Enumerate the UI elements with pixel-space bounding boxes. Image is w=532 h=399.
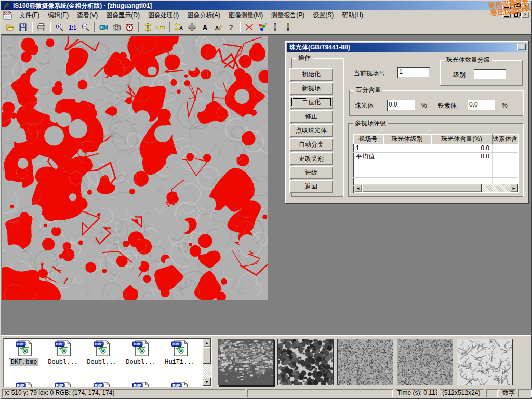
menu-item-file[interactable]: 文件(F) [15, 10, 44, 20]
move-cross-icon[interactable] [185, 21, 198, 33]
file-list-scrollbar[interactable]: ▲ ▼ [203, 339, 211, 386]
file-item-row2[interactable]: BMP [83, 382, 121, 387]
thumbnail-1[interactable] [218, 339, 274, 385]
curves-icon[interactable] [243, 21, 256, 33]
time-status: Time (s): 0.113 [395, 389, 437, 397]
window-title: IS100显微摄像系统(金相分析版) - [zhuguangti01] [13, 2, 152, 10]
pick-pearlite-button[interactable]: 点取珠光体 [289, 124, 333, 137]
actual-size-icon[interactable]: 1:1 [66, 21, 79, 33]
initialize-button[interactable]: 初始化 [289, 68, 333, 81]
thumbnail-5[interactable] [457, 339, 513, 385]
menu-item-settings[interactable]: 设置(S) [309, 10, 338, 20]
toolbar-separator [50, 22, 51, 32]
file-scrollbar-thumb[interactable] [203, 347, 211, 364]
table-header[interactable]: 珠光体级别 [383, 134, 431, 144]
pearlite-input[interactable]: 0.0 [387, 100, 415, 111]
multiview-table[interactable]: 视场号珠光体级别珠光体含量(%)铁素体含量(%) 10.0平均值0.0 ◄ ► [353, 134, 519, 193]
binarize-button[interactable]: 二值化 [289, 96, 333, 109]
table-row[interactable]: 10.0 [353, 144, 518, 153]
table-cell [383, 161, 431, 169]
menu-item-view[interactable]: 查看(V) [73, 10, 102, 20]
brush-icon[interactable] [282, 21, 295, 33]
change-class-button[interactable]: 更改类别 [289, 152, 333, 165]
file-item-row2[interactable]: BMP [44, 382, 82, 387]
dialog-close-icon[interactable]: ✕ [517, 44, 526, 50]
measure-text-icon[interactable]: A [172, 21, 185, 33]
svg-text:1:1: 1:1 [69, 24, 76, 30]
grade-button[interactable]: 评级 [289, 166, 333, 179]
file-list[interactable]: BMPDKF.bmpBMPBMPDoubl...BMPBMPDoubl...BM… [3, 338, 212, 387]
scrollbar-thumb[interactable] [362, 184, 482, 192]
bmp-file-icon: BMP [92, 351, 111, 358]
toolbar-separator [94, 22, 95, 32]
current-field-input[interactable]: 1 [397, 67, 430, 78]
auto-classify-button[interactable]: 自动分类 [289, 138, 333, 151]
table-cell: 平均值 [353, 153, 383, 161]
file-item-doubl-[interactable]: BMPDoubl... [83, 340, 121, 366]
menu-item-image-display[interactable]: 图像显示(D) [102, 10, 144, 20]
text-icon[interactable]: A [198, 21, 211, 33]
zoom-out-icon[interactable] [79, 21, 92, 33]
camera-icon[interactable] [110, 21, 123, 33]
svg-text:BMP: BMP [17, 342, 24, 346]
new-field-button[interactable]: 新视场 [289, 82, 333, 95]
file-item-row2[interactable]: BMP [5, 382, 43, 387]
menu-item-image-measure[interactable]: 图像测量(M) [224, 10, 267, 20]
scrollbar-track[interactable] [482, 184, 510, 192]
file-item-huiti-[interactable]: BMPHuiTi... [161, 340, 198, 366]
table-cell [431, 169, 493, 177]
table-row[interactable] [353, 169, 518, 178]
file-item-doubl-[interactable]: BMPDoubl... [122, 340, 159, 366]
thumbnail-3[interactable] [337, 339, 393, 385]
menu-item-edit[interactable]: 编辑(E) [44, 10, 73, 20]
table-cell [353, 169, 383, 177]
svg-text:A: A [179, 25, 183, 31]
ferrite-input[interactable]: 0.0 [468, 100, 496, 111]
binarized-micrograph-image[interactable] [2, 36, 268, 300]
title-bar[interactable]: IS100显微摄像系统(金相分析版) - [zhuguangti01] ✕ [1, 1, 531, 10]
scroll-down-icon[interactable]: ▼ [203, 378, 211, 386]
table-cell [493, 169, 519, 177]
menu-item-image-process[interactable]: 图像处理(I) [144, 10, 183, 20]
file-item-doubl-[interactable]: BMPDoubl... [44, 340, 82, 366]
table-cell [353, 161, 383, 169]
annotate-icon[interactable]: A [211, 21, 224, 33]
thumbnail-2[interactable] [277, 339, 334, 385]
document-icon[interactable]: DOC [3, 11, 13, 20]
print-icon[interactable] [35, 21, 48, 33]
table-row[interactable] [353, 161, 518, 169]
pen-icon[interactable] [269, 21, 282, 33]
table-header[interactable]: 铁素体含量(%) [493, 134, 519, 144]
open-folder-icon[interactable] [4, 21, 17, 33]
zoom-in-icon[interactable] [53, 21, 66, 33]
table-cell: 0.0 [431, 153, 493, 161]
file-item-row2[interactable]: BMP [122, 382, 159, 387]
scroll-up-icon[interactable]: ▲ [203, 339, 211, 347]
table-horizontal-scrollbar[interactable]: ◄ ► [354, 184, 518, 192]
file-item-row2[interactable]: BMP [161, 382, 198, 387]
dialog-title-bar[interactable]: 珠光体(GB/T9441-88) ✕ [287, 43, 527, 52]
scroll-right-icon[interactable]: ► [510, 184, 518, 192]
camcorder-icon[interactable] [97, 21, 110, 33]
scroll-left-icon[interactable]: ◄ [354, 184, 362, 192]
grade-input[interactable] [474, 69, 506, 80]
table-cell [493, 161, 519, 169]
classify-balls-icon[interactable]: 2 [256, 21, 269, 33]
timer-icon[interactable] [123, 21, 136, 33]
save-icon[interactable] [17, 21, 30, 33]
file-item-dkf-bmp[interactable]: BMPDKF.bmp [5, 340, 43, 366]
caliper-icon[interactable] [141, 21, 154, 33]
correct-button[interactable]: 修正 [289, 110, 333, 123]
table-header[interactable]: 珠光体含量(%) [431, 134, 493, 144]
thumbnail-4[interactable] [397, 339, 453, 385]
table-header[interactable]: 视场号 [353, 134, 383, 144]
table-cell [493, 144, 519, 152]
return-button[interactable]: 返回 [289, 180, 333, 193]
ruler-icon[interactable] [154, 21, 167, 33]
menu-item-help[interactable]: 帮助(H) [338, 10, 367, 20]
menu-item-image-analysis[interactable]: 图像分析(A) [183, 10, 224, 20]
help-icon[interactable]: ? [224, 21, 237, 33]
table-row[interactable]: 平均值0.0 [353, 153, 518, 161]
menu-item-measure-report[interactable]: 测量报告(P) [267, 10, 309, 20]
status-spacer [247, 389, 393, 397]
